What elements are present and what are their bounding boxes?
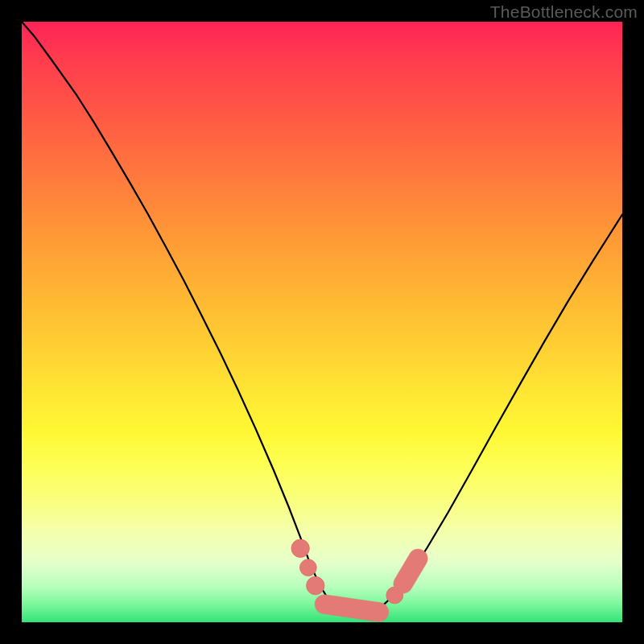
marker-capsule: [324, 605, 379, 613]
chart-overlay: [22, 22, 622, 622]
bottleneck-curve: [22, 22, 622, 614]
plot-area: [22, 22, 622, 622]
marker-dot: [307, 576, 324, 594]
marker-capsule: [403, 559, 419, 584]
watermark-text: TheBottleneck.com: [490, 2, 638, 22]
chart-frame: TheBottleneck.com: [0, 0, 644, 644]
marker-layer: [291, 539, 418, 612]
marker-dot: [299, 559, 316, 576]
marker-dot: [291, 539, 309, 557]
